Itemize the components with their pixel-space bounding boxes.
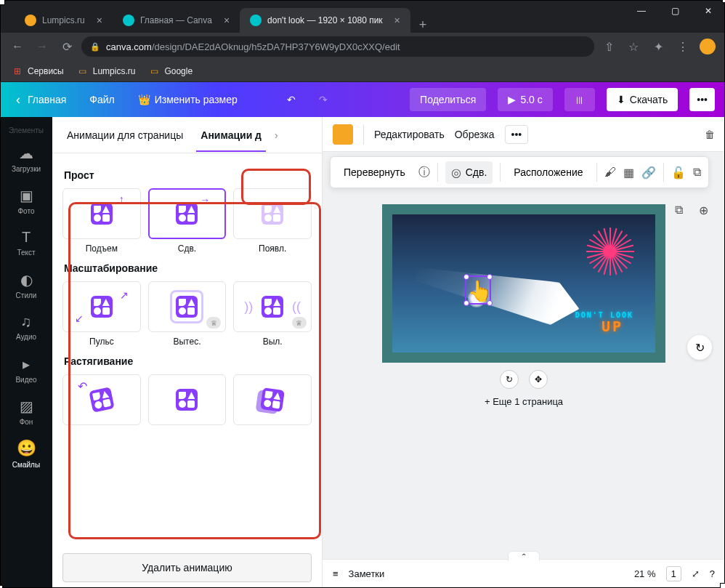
anim-popout[interactable]: ))((♕ Выл. — [233, 281, 312, 347]
text-icon: T — [22, 229, 31, 246]
lock-icon[interactable]: 🔓 — [671, 166, 686, 180]
sidebar-item-background[interactable]: ▨Фон — [0, 390, 52, 432]
home-button[interactable]: Главная — [10, 88, 72, 112]
close-icon[interactable]: × — [394, 15, 400, 26]
music-icon: ♫ — [21, 313, 32, 330]
chevron-up-icon[interactable]: ⌃ — [508, 551, 540, 561]
bookmark-lumpics[interactable]: ▭Lumpics.ru — [77, 65, 136, 77]
canvas-area: Редактировать Обрезка ••• 🗑 Перевернуть … — [323, 117, 725, 588]
bookmark-apps[interactable]: ⊞Сервисы — [12, 65, 64, 77]
menu-icon[interactable]: ⋮ — [673, 36, 693, 57]
add-page-link[interactable]: + Еще 1 страница — [485, 396, 563, 407]
download-icon: ⬇ — [617, 94, 625, 105]
flip-button[interactable]: Перевернуть — [338, 162, 411, 182]
download-button[interactable]: ⬇Скачать — [607, 88, 679, 111]
transparency-icon[interactable]: ▦ — [623, 166, 634, 180]
nav-forward-button: → — [32, 36, 52, 57]
edit-button[interactable]: Редактировать — [374, 129, 445, 140]
undo-button[interactable]: ↶ — [281, 89, 301, 110]
favicon — [123, 15, 134, 26]
browser-tab-3[interactable]: don't look — 1920 × 1080 пик × — [240, 8, 410, 33]
chevron-right-icon[interactable]: › — [275, 129, 278, 141]
bookmark-icon[interactable]: ☆ — [623, 36, 644, 57]
sidebar-item-text[interactable]: TТекст — [0, 222, 52, 264]
comet-graphic — [411, 253, 583, 331]
sidebar-item-uploads[interactable]: ☁Загрузки — [0, 137, 52, 180]
bottom-bar: ⌃ ≡ Заметки 21 % 1 ⤢ ? — [323, 559, 725, 588]
duplicate-page-button[interactable]: ⧉ — [670, 201, 687, 219]
close-icon[interactable]: × — [224, 15, 230, 26]
play-button[interactable]: ▶5.0 с — [498, 88, 552, 111]
new-tab-button[interactable]: + — [410, 17, 436, 33]
title-text-2: UP — [602, 318, 623, 335]
add-page-button[interactable]: ⊕ — [694, 201, 712, 219]
regenerate-button[interactable]: ↻ — [687, 335, 712, 360]
share-icon[interactable]: ⇧ — [599, 36, 619, 57]
close-icon[interactable]: × — [97, 15, 102, 26]
app-toolbar: Главная Файл 👑Изменить размер ↶ ↷ Подели… — [0, 82, 725, 117]
sidebar-item-styles[interactable]: ◐Стили — [0, 264, 52, 306]
paint-icon[interactable]: 🖌 — [604, 166, 616, 179]
pages-button[interactable]: 1 — [666, 566, 681, 581]
anim-fade[interactable]: Появл. — [233, 188, 312, 254]
tab-strip: Lumpics.ru × Главная — Canva × don't loo… — [0, 7, 725, 33]
ctx-more-button[interactable]: ••• — [505, 125, 529, 144]
nav-reload-button[interactable]: ⟳ — [57, 36, 77, 57]
analytics-button[interactable]: ⫼ — [564, 88, 595, 111]
window-minimize[interactable]: — — [625, 0, 658, 22]
anim-rise[interactable]: ↑ Подъем — [62, 188, 141, 254]
redo-button[interactable]: ↷ — [313, 89, 333, 110]
anim-stretch-3[interactable] — [233, 374, 312, 425]
browser-tab-1[interactable]: Lumpics.ru × — [15, 8, 113, 33]
notes-button[interactable]: Заметки — [349, 568, 385, 579]
tab-element-animations[interactable]: Анимации д — [196, 119, 266, 151]
image-icon: ▣ — [20, 187, 33, 204]
resize-button[interactable]: 👑Изменить размер — [132, 89, 243, 110]
arrange-button[interactable]: Расположение — [508, 162, 588, 182]
url-field[interactable]: 🔒 canva.com/design/DAE2dAOknug/h5zDA7HP3… — [81, 36, 594, 57]
link-icon[interactable]: 🔗 — [641, 166, 656, 180]
sidebar-item-emoji[interactable]: 😀Смайлы — [0, 432, 52, 475]
delete-animation-button[interactable]: Удалить анимацию — [62, 553, 312, 582]
favicon — [25, 15, 36, 26]
lock-icon: 🔒 — [90, 42, 100, 52]
info-icon[interactable]: ⓘ — [418, 165, 430, 180]
extensions-icon[interactable]: ✦ — [648, 36, 668, 57]
anim-stretch-1[interactable]: ↶ — [62, 374, 141, 425]
float-toolbar: Перевернуть ⓘ ◎Сдв. Расположение 🖌 ▦ 🔗 🔓… — [330, 156, 709, 188]
rotate-button[interactable]: ↻ — [500, 370, 519, 389]
share-button[interactable]: Поделиться — [410, 88, 486, 111]
browser-tab-2[interactable]: Главная — Canva × — [113, 8, 240, 33]
window-maximize[interactable]: ▢ — [658, 0, 692, 22]
window-close[interactable]: ✕ — [692, 0, 725, 22]
fullscreen-icon[interactable]: ⤢ — [692, 568, 700, 579]
sidebar-item-elements[interactable]: Элементы — [0, 123, 52, 137]
sidebar-item-audio[interactable]: ♫Аудио — [0, 306, 52, 348]
shift-animation-button[interactable]: ◎Сдв. — [445, 161, 493, 184]
notes-icon: ≡ — [333, 568, 339, 579]
avatar-icon[interactable] — [697, 36, 718, 57]
video-icon: ▸ — [23, 355, 30, 373]
bookmark-google[interactable]: ▭Google — [148, 65, 193, 77]
anim-shift[interactable]: → Сдв. — [148, 188, 227, 254]
cloud-icon: ☁ — [19, 145, 33, 162]
file-menu[interactable]: Файл — [84, 89, 120, 110]
zoom-level[interactable]: 21 % — [634, 568, 656, 579]
trash-icon[interactable]: 🗑 — [705, 129, 715, 140]
more-button[interactable]: ••• — [689, 88, 715, 111]
selected-element[interactable]: 👆 — [467, 279, 493, 303]
anim-stretch-2[interactable] — [148, 374, 227, 425]
crop-button[interactable]: Обрезка — [455, 129, 495, 140]
help-icon[interactable]: ? — [710, 568, 715, 579]
anim-displace[interactable]: ♕ Вытес. — [148, 281, 227, 347]
move-button[interactable]: ✥ — [529, 370, 548, 389]
anim-pulse[interactable]: ↗↙ Пульс — [62, 281, 141, 347]
sidebar-item-video[interactable]: ▸Видео — [0, 348, 52, 390]
nav-back-button[interactable]: ← — [7, 36, 28, 57]
tab-page-animations[interactable]: Анимации для страницы — [62, 119, 187, 151]
design-canvas[interactable]: DON'T LOOK UP — [382, 204, 665, 363]
copy-icon[interactable]: ⧉ — [693, 166, 701, 179]
color-swatch[interactable] — [333, 124, 353, 145]
sidebar-item-photo[interactable]: ▣Фото — [0, 180, 52, 222]
section-stretch-title: Растягивание — [64, 355, 310, 367]
